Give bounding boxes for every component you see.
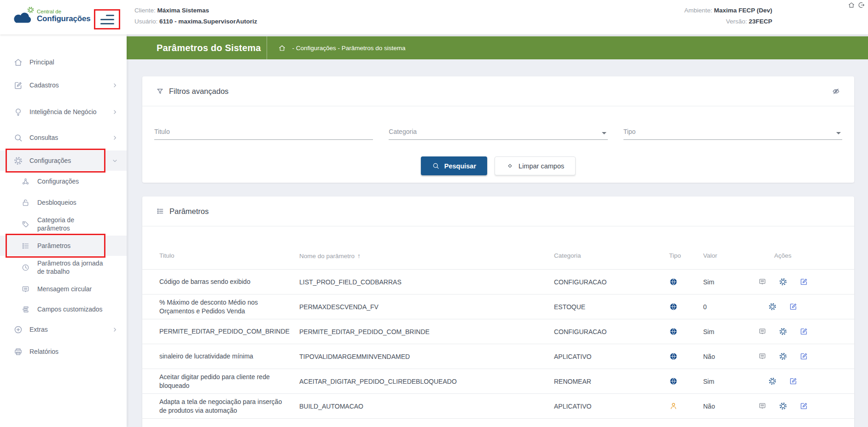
dropdown-arrow-icon[interactable] <box>836 132 841 134</box>
environment-value: Maxima FECP (Dev) <box>714 7 772 14</box>
cell-acoes <box>753 377 812 386</box>
cell-tipo <box>669 327 703 336</box>
comment-action-icon[interactable] <box>758 327 767 336</box>
client-value: Máxima Sistemas <box>157 7 210 14</box>
sort-up-icon: ↑ <box>357 252 361 260</box>
cell-nome: LIST_PROD_FIELD_CODBARRAS <box>299 278 554 286</box>
table-body: Código de barras sendo exibidoLIST_PROD_… <box>142 269 854 418</box>
eye-off-icon[interactable] <box>832 87 840 96</box>
table-row: Código de barras sendo exibidoLIST_PROD_… <box>142 269 854 294</box>
user-type-icon <box>669 402 678 410</box>
comment-action-icon[interactable] <box>758 402 767 410</box>
edit-action-icon[interactable] <box>799 327 808 336</box>
edit-action-icon[interactable] <box>799 277 808 286</box>
cell-categoria: RENOMEAR <box>554 378 669 385</box>
table-row: sinaleiro de lucratividade mínimaTIPOVAL… <box>142 344 854 369</box>
sidebar-item-label: Inteligência de Negócio <box>29 108 99 116</box>
chevron-down-icon <box>111 157 118 164</box>
sidebar-item-extras[interactable]: Extras <box>0 319 127 340</box>
table-header-row: Titulo Nome do parâmetro↑ Categoria Tipo… <box>142 226 854 269</box>
cell-titulo: % Máximo de desconto Médio nos Orçamento… <box>159 298 299 316</box>
search-icon <box>432 162 440 170</box>
column-header-nome[interactable]: Nome do parâmetro↑ <box>299 252 554 260</box>
version-value: 23FECP <box>749 18 772 25</box>
sidebar-subitem-desbloqueios[interactable]: Desbloqueios <box>0 192 127 213</box>
environment-row: Ambiente: Maxima FECP (Dev) <box>684 5 772 16</box>
comment-action-icon[interactable] <box>758 277 767 286</box>
user-label: Usuário: <box>134 18 157 25</box>
cell-titulo: sinaleiro de lucratividade mínima <box>159 352 299 361</box>
settings-action-icon[interactable] <box>768 377 777 386</box>
sidebar-item-label: Parâmetros da jornada de trabalho <box>37 259 106 276</box>
cell-nome: BUILD_AUTOMACAO <box>299 403 554 410</box>
comment-action-icon[interactable] <box>758 352 767 361</box>
sidebar-item-label: Relatórios <box>29 347 118 356</box>
search-button[interactable]: Pesquisar <box>421 156 487 175</box>
settings-action-icon[interactable] <box>779 327 787 336</box>
cell-nome: PERMAXDESCVENDA_FV <box>299 303 554 311</box>
cell-valor: Sim <box>703 278 753 286</box>
sidebar-subitem-mensagem-circular[interactable]: Mensagem circular <box>0 279 127 299</box>
cell-acoes <box>753 402 812 410</box>
cell-nome: PERMITE_EDITAR_PEDIDO_COM_BRINDE <box>299 328 554 335</box>
sidebar-item-relatorios[interactable]: Relatórios <box>0 341 127 362</box>
clear-fields-button[interactable]: Limpar campos <box>495 156 576 175</box>
logout-icon[interactable] <box>858 1 865 9</box>
globe-type-icon <box>669 352 678 361</box>
gear-icon <box>13 156 23 166</box>
column-header-tipo[interactable]: Tipo <box>669 252 703 259</box>
edit-action-icon[interactable] <box>799 352 808 361</box>
sidebar-item-configuracoes[interactable]: Configurações <box>0 150 127 171</box>
version-label: Versão: <box>726 18 747 25</box>
sidebar-item-principal[interactable]: Principal <box>0 52 127 72</box>
sidebar-item-label: Campos customizados <box>37 305 118 313</box>
column-header-titulo[interactable]: Titulo <box>159 252 299 259</box>
unlock-icon <box>21 198 30 207</box>
cell-categoria: CONFIGURACAO <box>554 278 669 286</box>
cell-titulo: Adapta a tela de negociação para inserçã… <box>159 398 299 415</box>
home-icon[interactable] <box>848 1 855 9</box>
sidebar-subitem-configuracoes[interactable]: Configurações <box>0 171 127 191</box>
logo-text-bottom: Configurações <box>37 15 90 23</box>
sidebar-subitem-parametros-da-jornada-de-trabalho[interactable]: Parâmetros da jornada de trabalho <box>0 256 127 279</box>
sidebar-item-consultas[interactable]: Consultas <box>0 127 127 148</box>
tipo-field <box>623 123 842 140</box>
categoria-select[interactable] <box>389 123 607 139</box>
sidebar-item-label: Consultas <box>29 133 111 142</box>
message-icon <box>21 285 30 294</box>
list-icon <box>156 207 164 215</box>
sidebar-subitem-parametros[interactable]: Parâmetros <box>0 236 127 256</box>
settings-action-icon[interactable] <box>779 402 787 410</box>
breadcrumb-text: - Configurações - Parâmetros do sistema <box>292 45 406 52</box>
edit-action-icon[interactable] <box>789 302 798 311</box>
sidebar-subitem-categoria-de-parametros[interactable]: Categoria de parâmetros <box>0 213 127 236</box>
cell-categoria: APLICATIVO <box>554 353 669 360</box>
sidebar-item-label: Principal <box>29 58 118 66</box>
breadcrumb-home-icon[interactable] <box>278 44 286 52</box>
sidebar-subitem-campos-customizados[interactable]: Campos customizados <box>0 299 127 319</box>
cell-tipo <box>669 277 703 286</box>
cell-categoria: APLICATIVO <box>554 403 669 410</box>
tipo-select[interactable] <box>623 123 842 139</box>
parameters-title: Parâmetros <box>169 207 209 216</box>
settings-action-icon[interactable] <box>779 352 787 361</box>
column-header-valor[interactable]: Valor <box>703 252 753 259</box>
settings-action-icon[interactable] <box>768 302 777 311</box>
edit-action-icon[interactable] <box>799 402 808 410</box>
column-header-categoria[interactable]: Categoria <box>554 252 669 259</box>
edit-action-icon[interactable] <box>789 377 798 386</box>
funnel-icon <box>156 87 164 95</box>
titulo-input[interactable] <box>154 123 373 139</box>
printer-icon <box>13 347 23 357</box>
cell-tipo <box>669 377 703 386</box>
cell-acoes <box>753 352 812 361</box>
sidebar-item-label: Configurações <box>37 177 118 185</box>
dropdown-arrow-icon[interactable] <box>602 132 606 134</box>
settings-action-icon[interactable] <box>779 277 787 286</box>
sidebar-item-cadastros[interactable]: Cadastros <box>0 75 127 95</box>
chevron-right-icon <box>111 326 118 333</box>
menu-toggle-icon[interactable] <box>100 15 114 24</box>
cell-tipo <box>669 352 703 361</box>
table-row: Adapta a tela de negociação para inserçã… <box>142 393 854 418</box>
sidebar-item-inteligencia-de-negocio[interactable]: Inteligência de Negócio <box>0 100 127 123</box>
